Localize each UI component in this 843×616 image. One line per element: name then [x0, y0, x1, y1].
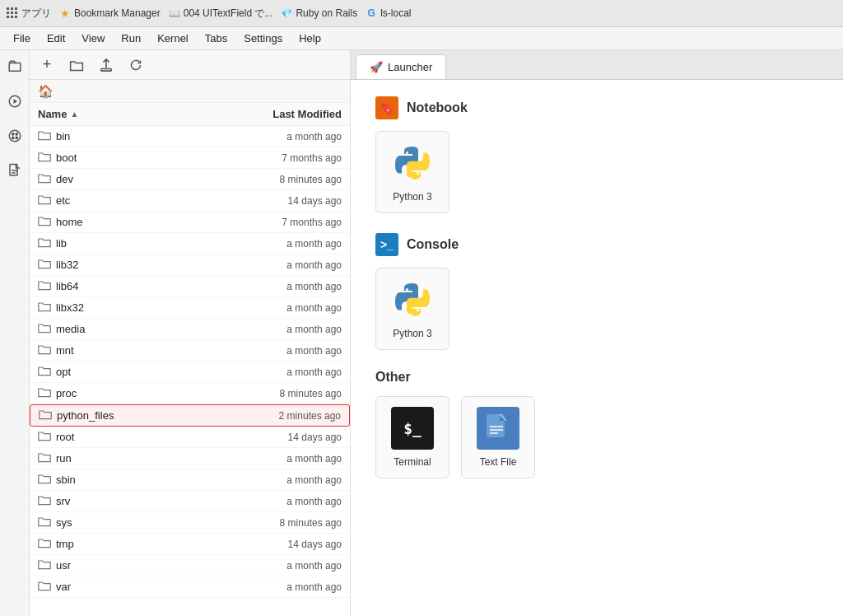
sidebar-file-icon[interactable] — [3, 159, 26, 182]
sidebar-run-icon[interactable] — [3, 90, 26, 113]
file-name: lib64 — [56, 280, 243, 292]
file-row[interactable]: proc8 minutes ago — [30, 383, 350, 404]
folder-icon — [38, 301, 51, 315]
svg-point-12 — [406, 288, 408, 291]
file-row[interactable]: etc14 days ago — [30, 190, 350, 212]
svg-point-13 — [417, 309, 419, 311]
sort-arrow-icon: ▲ — [70, 110, 78, 119]
browser-tab-ruby[interactable]: 💎 Ruby on Rails — [281, 7, 357, 19]
column-modified-header[interactable]: Last Modified — [243, 108, 342, 120]
file-modified: a month ago — [243, 259, 342, 271]
browser-tab-bookmark-label: Bookmark Manager — [74, 7, 161, 19]
file-row[interactable]: liba month ago — [30, 233, 350, 254]
browser-tab-apps[interactable]: アプリ — [7, 7, 51, 21]
browser-bar-left: アプリ ★ Bookmark Manager 📖 004 UITextField… — [7, 7, 411, 21]
menu-run[interactable]: Run — [114, 30, 147, 47]
file-row[interactable]: mnta month ago — [30, 340, 350, 362]
file-row[interactable]: bina month ago — [30, 126, 350, 147]
console-cards: Python 3 — [375, 268, 818, 350]
menu-kernel[interactable]: Kernel — [151, 30, 195, 47]
folder-icon — [38, 194, 51, 208]
folder-icon — [38, 343, 51, 357]
file-row[interactable]: srva month ago — [30, 491, 350, 512]
svg-point-1 — [9, 130, 21, 142]
menu-file[interactable]: File — [7, 30, 37, 47]
file-list: bina month ago boot7 months ago dev8 min… — [30, 126, 350, 616]
sidebar-palette-icon[interactable] — [3, 124, 26, 147]
new-folder-button[interactable] — [68, 56, 86, 74]
folder-icon — [38, 236, 51, 250]
folder-icon — [38, 279, 51, 293]
folder-icon — [38, 151, 51, 165]
file-name: proc — [56, 387, 243, 399]
menu-view[interactable]: View — [75, 30, 111, 47]
file-name: run — [56, 452, 243, 464]
file-modified: 2 minutes ago — [242, 410, 341, 422]
menu-help[interactable]: Help — [292, 30, 328, 47]
svg-rect-9 — [101, 68, 111, 71]
menu-settings[interactable]: Settings — [237, 30, 289, 47]
file-row[interactable]: usra month ago — [30, 555, 350, 576]
sidebar-folder-icon[interactable] — [3, 55, 26, 78]
doc-icon: 📖 — [169, 7, 180, 19]
file-row[interactable]: opta month ago — [30, 362, 350, 383]
browser-tab-doc-label: 004 UITextField で... — [184, 7, 273, 21]
new-file-button[interactable]: + — [38, 56, 56, 74]
terminal-card[interactable]: $_ Terminal — [375, 396, 449, 478]
file-row[interactable]: tmp14 days ago — [30, 534, 350, 555]
menu-edit[interactable]: Edit — [40, 30, 72, 47]
menu-bar: File Edit View Run Kernel Tabs Settings … — [0, 27, 843, 50]
file-name: bin — [56, 130, 243, 142]
file-row[interactable]: dev8 minutes ago — [30, 169, 350, 190]
notebook-python3-label: Python 3 — [393, 191, 431, 203]
file-modified: a month ago — [243, 496, 342, 507]
browser-tab-google[interactable]: G ls-local — [366, 7, 411, 19]
breadcrumb[interactable]: 🏠 — [30, 80, 350, 103]
folder-icon — [38, 215, 51, 229]
other-section-header: Other — [375, 370, 818, 385]
home-icon[interactable]: 🏠 — [38, 84, 54, 99]
file-row[interactable]: lib64a month ago — [30, 276, 350, 297]
file-name: etc — [56, 194, 243, 207]
textfile-card[interactable]: Text File — [461, 396, 535, 478]
upload-button[interactable] — [97, 56, 115, 74]
file-row[interactable]: python_files2 minutes ago — [30, 404, 350, 427]
file-row[interactable]: runa month ago — [30, 448, 350, 469]
file-modified: a month ago — [243, 366, 342, 378]
file-modified: a month ago — [243, 302, 342, 314]
file-name: srv — [56, 495, 243, 507]
notebook-python3-card[interactable]: Python 3 — [375, 131, 449, 213]
file-row[interactable]: root14 days ago — [30, 427, 350, 448]
file-name: usr — [56, 559, 243, 572]
column-name-header[interactable]: Name ▲ — [38, 108, 243, 120]
file-row[interactable]: vara month ago — [30, 576, 350, 598]
file-toolbar: + — [30, 50, 350, 80]
folder-icon — [38, 473, 51, 487]
file-row[interactable]: libx32a month ago — [30, 297, 350, 319]
file-row[interactable]: mediaa month ago — [30, 319, 350, 340]
folder-icon — [38, 322, 51, 336]
file-modified: 7 months ago — [243, 217, 342, 228]
console-section-header: >_ Console — [375, 233, 818, 256]
textfile-card-graphic — [477, 407, 519, 450]
launcher-tab-icon: 🚀 — [370, 61, 383, 73]
refresh-button[interactable] — [127, 56, 145, 74]
browser-tab-bookmark[interactable]: ★ Bookmark Manager — [59, 7, 161, 19]
file-name: mnt — [56, 344, 243, 357]
folder-icon — [38, 516, 51, 530]
console-python3-card[interactable]: Python 3 — [375, 268, 449, 350]
file-name: python_files — [57, 409, 242, 422]
file-row[interactable]: sys8 minutes ago — [30, 512, 350, 534]
notebook-section: 🔖 Notebook Python 3 — [375, 96, 818, 213]
file-row[interactable]: lib32a month ago — [30, 254, 350, 276]
file-row[interactable]: boot7 months ago — [30, 147, 350, 169]
file-row[interactable]: home7 months ago — [30, 212, 350, 233]
launcher-tab[interactable]: 🚀 Launcher — [356, 54, 446, 79]
file-name: root — [56, 431, 243, 443]
textfile-icon — [477, 407, 519, 450]
folder-icon — [38, 172, 51, 186]
browser-tab-doc[interactable]: 📖 004 UITextField で... — [169, 7, 273, 21]
file-modified: a month ago — [243, 453, 342, 464]
menu-tabs[interactable]: Tabs — [198, 30, 234, 47]
file-row[interactable]: sbina month ago — [30, 469, 350, 491]
